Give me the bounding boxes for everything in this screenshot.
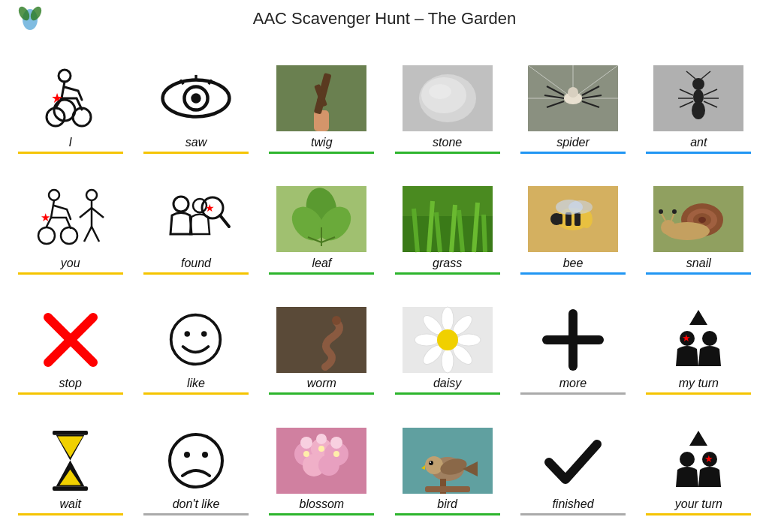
cell-bee: bee (510, 155, 635, 276)
svg-point-151 (680, 452, 695, 467)
divider-leaf (269, 272, 374, 275)
label-twig: twig (311, 136, 332, 149)
label-found: found (181, 257, 211, 270)
cell-bird: bird (384, 396, 510, 517)
icon-twig (264, 63, 380, 134)
svg-text:★: ★ (704, 453, 713, 464)
svg-point-106 (332, 316, 341, 325)
svg-point-121 (702, 331, 717, 346)
label-bird: bird (437, 497, 457, 511)
cell-stone: stone (384, 35, 510, 155)
svg-line-57 (84, 227, 92, 242)
svg-text:★: ★ (205, 202, 215, 214)
label-ant: ant (690, 136, 707, 149)
divider-your-turn (646, 513, 751, 515)
icon-bee (514, 184, 631, 255)
svg-line-62 (220, 215, 229, 227)
svg-point-86 (550, 213, 562, 225)
cell-leaf: leaf (259, 155, 384, 276)
svg-point-145 (430, 461, 431, 463)
icon-leaf (264, 184, 380, 255)
svg-point-133 (318, 455, 339, 476)
svg-marker-119 (689, 310, 707, 325)
svg-marker-150 (689, 431, 707, 446)
label-saw: saw (185, 136, 207, 149)
cell-snail: snail (636, 155, 761, 276)
cell-more: more (510, 276, 635, 397)
divider-saw (143, 152, 249, 154)
svg-point-99 (672, 209, 677, 214)
divider-blossom (269, 513, 374, 515)
divider-found (143, 272, 249, 275)
divider-i (18, 152, 123, 154)
icon-worm (264, 304, 380, 375)
divider-worm (269, 392, 374, 395)
svg-point-49 (49, 190, 59, 200)
svg-point-138 (318, 446, 324, 452)
svg-point-104 (201, 332, 207, 338)
icon-snail (641, 184, 757, 255)
label-leaf: leaf (312, 257, 331, 270)
divider-snail (646, 272, 751, 275)
icon-found: ★ (137, 184, 254, 255)
cell-dont-like: don't like (133, 396, 258, 517)
divider-spider (520, 152, 626, 154)
icon-spider (514, 63, 631, 134)
svg-text:★: ★ (682, 332, 691, 344)
label-daisy: daisy (433, 377, 461, 390)
cell-you: ★ you (8, 155, 133, 276)
icon-saw (137, 63, 254, 134)
svg-line-79 (484, 215, 485, 252)
label-worm: worm (307, 377, 336, 390)
icon-dont-like (137, 425, 254, 496)
label-i: I (68, 136, 71, 149)
icon-finished (514, 425, 631, 496)
label-like: like (187, 377, 205, 390)
label-grass: grass (433, 257, 462, 270)
svg-point-40 (692, 101, 705, 119)
svg-point-125 (170, 434, 222, 487)
svg-point-50 (38, 227, 55, 244)
page-title: AAC Scavenger Hunt – The Garden (0, 0, 769, 35)
svg-point-98 (659, 209, 663, 214)
svg-point-137 (303, 451, 309, 457)
svg-point-126 (184, 452, 190, 458)
svg-point-102 (171, 315, 221, 365)
icon-more (514, 304, 631, 375)
svg-point-134 (300, 437, 312, 449)
svg-point-135 (316, 434, 327, 444)
label-bee: bee (563, 257, 584, 270)
svg-rect-149 (425, 486, 470, 492)
label-dont-like: don't like (173, 497, 220, 511)
label-wait: wait (59, 497, 80, 511)
svg-point-10 (191, 94, 201, 104)
svg-point-22 (429, 84, 451, 99)
icon-your-turn: ★ (641, 425, 757, 496)
symbol-grid: ★ I saw (0, 35, 769, 521)
svg-rect-15 (314, 110, 329, 131)
cell-ant: ant (636, 35, 761, 155)
svg-point-95 (661, 220, 676, 235)
divider-finished (520, 513, 626, 515)
label-stone: stone (433, 136, 462, 149)
divider-my-turn (646, 392, 751, 395)
cell-wait: wait (8, 396, 133, 517)
svg-point-112 (442, 349, 454, 373)
icon-blossom (264, 425, 380, 496)
svg-rect-84 (574, 212, 581, 226)
icon-daisy (389, 304, 505, 375)
cell-daisy: daisy (384, 276, 510, 397)
label-spider: spider (556, 136, 590, 149)
svg-line-56 (92, 208, 104, 218)
cell-blossom: blossom (259, 396, 384, 517)
cell-my-turn: ★ my turn (636, 276, 761, 397)
label-your-turn: your turn (675, 497, 722, 511)
svg-point-51 (61, 227, 77, 244)
icon-stop (12, 304, 128, 375)
cell-i: ★ I (8, 35, 133, 155)
divider-dont-like (143, 513, 249, 515)
divider-stop (18, 392, 123, 395)
icon-grass (389, 184, 505, 255)
svg-point-30 (568, 87, 578, 98)
svg-point-88 (568, 200, 593, 214)
